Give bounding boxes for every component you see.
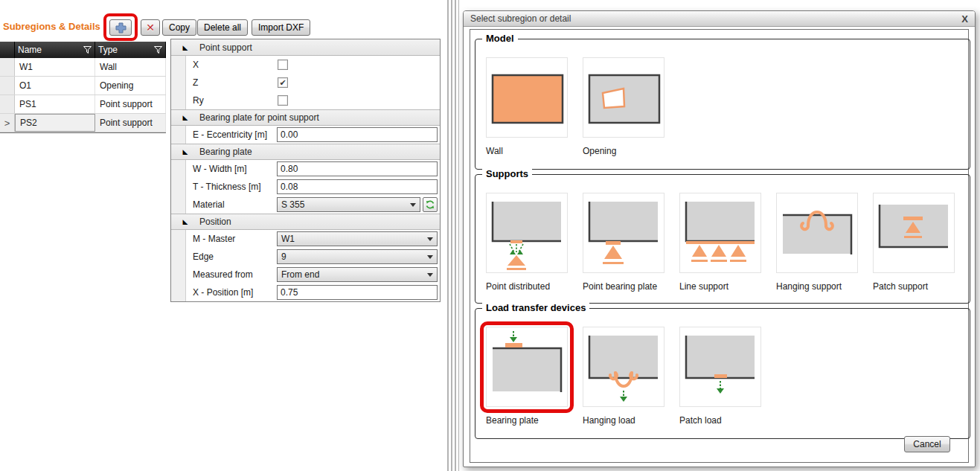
section-header-bearing-plate-point-support[interactable]: ◣ Bearing plate for point support [171,109,440,126]
collapse-triangle-icon[interactable]: ◣ [171,148,199,156]
row-margin [171,126,186,144]
current-row-indicator[interactable]: > [0,114,15,132]
tile-patch-support[interactable]: Patch support [873,193,955,292]
property-label: M - Master [186,234,277,244]
tile-wall[interactable]: Wall [486,57,568,156]
dialog-title: Select subregion or detail [470,13,571,24]
cell-type[interactable]: Point support [95,95,166,113]
tile-line-support[interactable]: Line support [679,193,761,292]
thickness-input[interactable]: 0.08 [277,179,438,194]
point-distributed-icon [488,196,566,270]
width-input[interactable]: 0.80 [277,161,438,176]
cell-name[interactable]: PS1 [15,95,95,113]
property-row-x: X [171,56,440,74]
table-row-selected[interactable]: > PS2 Point support [0,114,166,132]
group-title: Supports [482,168,532,179]
cell-type[interactable]: Opening [95,77,166,94]
cell-name[interactable]: PS2 [15,114,95,132]
collapse-triangle-icon[interactable]: ◣ [171,44,199,51]
opening-icon [585,60,662,135]
tile-opening[interactable]: Opening [583,57,664,156]
cell-type[interactable]: Point support [95,114,166,132]
name-column-label: Name [18,45,42,55]
property-row-material: Material S 355 [171,196,440,214]
subregions-table: Name Type W1 Wall O1 Opening PS1 Point s… [0,42,166,133]
hanging-load-icon [585,330,662,404]
tile-point-bearing-plate[interactable]: Point bearing plate [583,193,664,292]
tile-patch-load[interactable]: Patch load [679,327,761,426]
property-label: E - Eccentricity [m] [186,129,277,140]
collapse-triangle-icon[interactable]: ◣ [171,114,199,121]
tile-label: Patch load [679,415,761,426]
section-header-point-support[interactable]: ◣ Point support [171,39,440,56]
tile-bearing-plate[interactable]: Bearing plate [486,327,568,426]
eccentricity-input[interactable]: 0.00 [277,127,438,142]
collapse-triangle-icon[interactable]: ◣ [171,218,199,225]
tile-hanging-load[interactable]: Hanging load [583,327,664,426]
tile-hanging-support[interactable]: Hanging support [776,193,858,292]
tile-label: Line support [679,281,761,292]
table-row[interactable]: O1 Opening [0,77,166,95]
property-label: W - Width [m] [186,164,277,174]
tile-label: Point bearing plate [583,281,664,292]
cell-name[interactable]: O1 [15,77,95,94]
property-label: Z [186,77,277,88]
row-selector[interactable] [0,95,15,113]
property-grid: ◣ Point support X Z Ry ◣ Bearing plate f… [170,39,441,302]
tile-label: Patch support [873,281,955,292]
section-header-bearing-plate[interactable]: ◣ Bearing plate [171,144,440,160]
point-bearing-plate-icon [585,196,662,270]
row-margin [171,160,186,178]
property-label: Edge [186,251,277,262]
property-row-master: M - Master W1 [171,230,440,248]
section-header-position[interactable]: ◣ Position [171,214,440,230]
group-supports: Supports [475,174,970,304]
refresh-material-button[interactable] [423,197,438,212]
filter-icon[interactable] [83,46,92,54]
import-dxf-button[interactable]: Import DXF [252,19,310,36]
edge-dropdown[interactable]: 9 [277,249,438,264]
panel-splitter[interactable] [445,0,459,471]
z-checkbox[interactable] [278,77,288,88]
copy-button[interactable]: Copy [162,19,196,36]
group-load-transfer-devices: Load transfer devices Bearing plate [475,308,970,439]
dropdown-value: W1 [281,234,295,244]
position-input[interactable]: 0.75 [277,285,438,300]
section-title: Bearing plate [199,147,252,157]
type-column-label: Type [98,45,118,55]
ry-checkbox[interactable] [278,95,288,106]
property-row-z: Z [171,74,440,92]
property-label: X [186,60,277,70]
master-dropdown[interactable]: W1 [277,231,438,246]
delete-button[interactable]: ✕ [141,19,160,36]
type-column-header[interactable]: Type [95,42,166,58]
table-row[interactable]: W1 Wall [0,58,166,77]
table-row[interactable]: PS1 Point support [0,95,166,114]
dialog-content: Model Wall [470,29,969,463]
add-button[interactable] [109,19,132,36]
section-title: Bearing plate for point support [199,112,319,123]
material-dropdown[interactable]: S 355 [277,197,420,212]
x-checkbox[interactable] [278,60,288,70]
group-title: Load transfer devices [482,302,589,313]
tile-point-distributed[interactable]: Point distributed [486,193,568,292]
dropdown-arrow-icon [427,237,433,241]
tile-label: Wall [486,146,568,156]
close-icon[interactable]: X [961,14,968,24]
row-selector[interactable] [0,58,15,76]
dropdown-value: S 355 [281,199,304,210]
measured-from-dropdown[interactable]: From end [277,267,438,282]
select-subregion-dialog: Select subregion or detail X Model Wall [463,10,976,467]
plus-icon [115,22,126,33]
filter-icon[interactable] [154,46,162,54]
delete-all-button[interactable]: Delete all [197,19,248,36]
dropdown-arrow-icon [427,273,433,277]
cell-name[interactable]: W1 [15,58,95,76]
cell-type[interactable]: Wall [95,58,166,76]
cancel-button[interactable]: Cancel [904,436,950,452]
dialog-titlebar[interactable]: Select subregion or detail X [464,11,975,27]
property-label: X - Position [m] [186,287,277,298]
row-selector[interactable] [0,77,15,94]
property-row-eccentricity: E - Eccentricity [m] 0.00 [171,126,440,144]
name-column-header[interactable]: Name [15,42,95,58]
